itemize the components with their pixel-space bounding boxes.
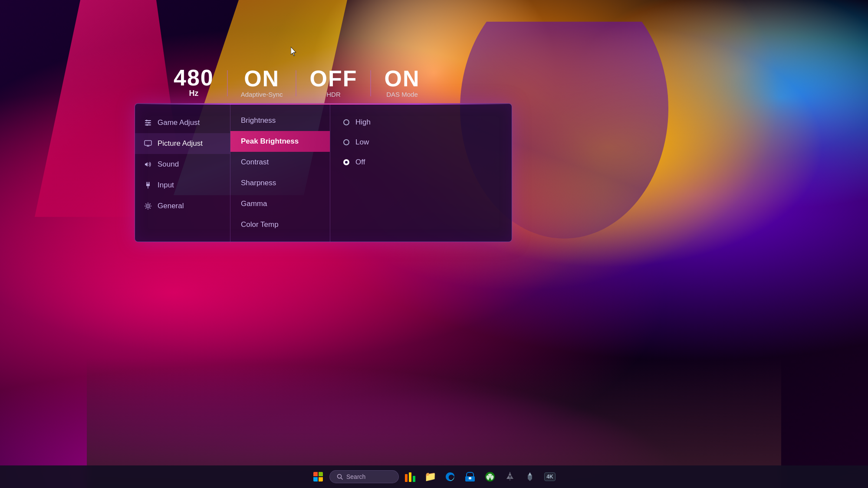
radio-high — [343, 119, 349, 125]
edge-browser-icon[interactable] — [441, 468, 459, 485]
menu-item-game-adjust[interactable]: Game Adjust — [135, 112, 230, 133]
folder-icon: 📁 — [424, 471, 436, 482]
submenu-color-temp[interactable]: Color Temp — [230, 214, 330, 235]
menu-item-sound-label: Sound — [158, 160, 179, 169]
chart-icon — [404, 471, 416, 483]
gear-icon — [144, 202, 152, 210]
adaptive-sync-label: Adaptive-Sync — [241, 91, 283, 98]
windows-logo — [313, 472, 323, 481]
menu-item-general[interactable]: General — [135, 196, 230, 216]
status-hdr: OFF HDR — [296, 64, 370, 103]
taskbar: Search 📁 — [0, 465, 868, 488]
submenu-sharpness[interactable]: Sharpness — [230, 173, 330, 193]
svg-line-12 — [341, 478, 343, 480]
osd-panel: Game Adjust Picture Adjust — [135, 103, 512, 242]
svg-point-3 — [146, 120, 148, 121]
option-high[interactable]: High — [343, 112, 499, 132]
search-bar-label: Search — [346, 473, 365, 480]
file-explorer-icon[interactable]: 📁 — [421, 468, 439, 485]
speaker-icon — [144, 160, 152, 169]
submenu-gamma[interactable]: Gamma — [230, 193, 330, 214]
option-off[interactable]: Off — [343, 152, 499, 172]
taskbar-search[interactable]: Search — [329, 470, 399, 483]
corsair-sail-icon — [504, 471, 516, 482]
xbox-logo — [484, 471, 496, 482]
osd-container: 480 Hz ON Adaptive-Sync OFF HDR ON DAS M… — [135, 63, 512, 242]
das-mode-value: ON — [384, 67, 420, 90]
corsair1-icon[interactable] — [501, 468, 519, 485]
menu-item-input[interactable]: Input — [135, 175, 230, 196]
status-das-mode: ON DAS Mode — [371, 64, 433, 103]
monitor-icon — [144, 139, 152, 148]
svg-point-4 — [148, 122, 150, 124]
win-logo-red — [313, 472, 318, 476]
hdr-value: OFF — [309, 67, 357, 90]
osd-statusbar: 480 Hz ON Adaptive-Sync OFF HDR ON DAS M… — [135, 63, 512, 103]
sliders-icon — [144, 118, 152, 127]
adaptive-sync-value: ON — [244, 67, 279, 90]
submenu-gamma-label: Gamma — [241, 200, 267, 208]
submenu-contrast[interactable]: Contrast — [230, 152, 330, 173]
hdr-label: HDR — [326, 91, 341, 98]
option-high-label: High — [355, 118, 371, 127]
svg-rect-17 — [469, 477, 471, 479]
search-icon — [337, 474, 343, 480]
svg-rect-6 — [145, 141, 151, 145]
colorful-app-icon[interactable] — [401, 468, 419, 485]
osd-sub-menu: Brightness Peak Brightness Contrast Shar… — [230, 104, 330, 242]
corsair2-icon[interactable] — [521, 468, 539, 485]
store-icon — [464, 471, 476, 482]
menu-item-input-label: Input — [158, 181, 174, 190]
submenu-brightness[interactable]: Brightness — [230, 110, 330, 131]
osd-main-menu: Game Adjust Picture Adjust — [135, 104, 230, 242]
menu-item-picture-adjust-label: Picture Adjust — [158, 139, 203, 148]
hz-unit: Hz — [189, 89, 198, 98]
plug-icon — [144, 181, 152, 190]
xbox-icon[interactable] — [481, 468, 499, 485]
option-low-label: Low — [355, 138, 369, 147]
option-low[interactable]: Low — [343, 132, 499, 152]
submenu-peak-brightness[interactable]: Peak Brightness — [230, 131, 330, 152]
win-logo-yellow — [319, 477, 323, 481]
submenu-peak-brightness-label: Peak Brightness — [241, 137, 299, 145]
submenu-sharpness-label: Sharpness — [241, 179, 276, 187]
menu-item-picture-adjust[interactable]: Picture Adjust — [135, 133, 230, 154]
menu-item-game-adjust-label: Game Adjust — [158, 118, 200, 127]
svg-rect-13 — [405, 474, 408, 482]
4k-label: 4K — [546, 474, 553, 480]
option-off-label: Off — [355, 158, 365, 167]
svg-point-5 — [146, 124, 148, 126]
start-button[interactable] — [309, 468, 327, 485]
radio-off — [343, 159, 349, 165]
submenu-color-temp-label: Color Temp — [241, 220, 279, 229]
win-logo-blue — [313, 477, 318, 481]
radio-low — [343, 139, 349, 145]
das-mode-label: DAS Mode — [386, 91, 418, 98]
submenu-contrast-label: Contrast — [241, 158, 269, 166]
hz-value: 480 — [174, 66, 214, 89]
submenu-brightness-label: Brightness — [241, 116, 276, 124]
osd-options: High Low Off — [330, 104, 512, 242]
menu-item-general-label: General — [158, 202, 184, 210]
menu-item-sound[interactable]: Sound — [135, 154, 230, 175]
osd-highlight-line — [135, 104, 512, 105]
edge-icon — [444, 471, 456, 482]
status-adaptive-sync: ON Adaptive-Sync — [228, 64, 296, 103]
win-logo-green — [319, 472, 323, 476]
microsoft-store-icon[interactable] — [461, 468, 479, 485]
svg-rect-15 — [413, 476, 415, 482]
4k-icon[interactable]: 4K — [541, 468, 559, 485]
svg-rect-14 — [409, 472, 411, 482]
status-hz: 480 Hz — [161, 63, 227, 103]
corsair2-logo — [524, 471, 536, 482]
svg-point-10 — [147, 205, 149, 207]
